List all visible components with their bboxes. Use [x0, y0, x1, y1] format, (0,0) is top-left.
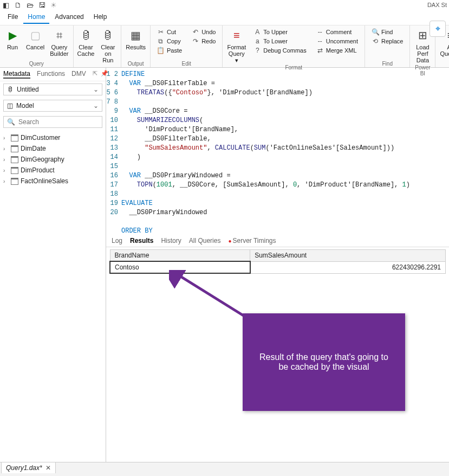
- code-editor[interactable]: 1 2 3 4 5 6 7 8 9 10 11 12 13 14 15 16 1…: [106, 68, 449, 234]
- theme-toggle-icon[interactable]: ☀: [50, 1, 57, 9]
- tab-all-queries[interactable]: All Queries: [189, 237, 221, 245]
- builder-icon: ⌗: [51, 28, 67, 43]
- doc-tab-label: Query1.dax*: [6, 464, 42, 472]
- chevron-down-icon: ⌄: [93, 86, 99, 93]
- chevron-right-icon: ›: [3, 178, 9, 184]
- chevron-right-icon: ›: [3, 157, 9, 163]
- tree-item-factonlinesales[interactable]: ›FactOnlineSales: [1, 176, 105, 186]
- line-gutter: 1 2 3 4 5 6 7 8 9 10 11 12 13 14 15 16 1…: [106, 70, 121, 234]
- paste-button[interactable]: 📋Paste: [155, 46, 184, 55]
- record-dot-icon: ●: [228, 238, 231, 244]
- sidebar-tab-metadata[interactable]: Metadata: [3, 70, 30, 79]
- find-button[interactable]: 🔍Find: [369, 28, 405, 36]
- paste-icon: 📋: [157, 47, 165, 54]
- copy-icon: ⧉: [157, 37, 165, 45]
- table-icon: [11, 145, 18, 152]
- sidebar-tab-dmv[interactable]: DMV: [71, 70, 86, 79]
- uncomment-icon: --: [316, 37, 324, 45]
- stop-icon: ▢: [28, 28, 43, 43]
- col-sumsalesamount[interactable]: SumSalesAmount: [250, 250, 446, 262]
- redo-icon: ↷: [192, 37, 199, 45]
- format-query-button[interactable]: ≡ Format Query ▾: [225, 27, 248, 65]
- ribbon-group-edit-label: Edit: [153, 61, 220, 67]
- ribbon: ▶ Run ▢ Cancel ⌗ Query Builder Query 🛢 C…: [0, 25, 449, 68]
- annotation-callout: Result of the query that's going to be c…: [243, 313, 405, 411]
- tab-results[interactable]: Results: [130, 237, 153, 245]
- results-tabs: Log Results History All Queries ●Server …: [106, 234, 449, 247]
- menu-home[interactable]: Home: [23, 11, 49, 24]
- menu-help[interactable]: Help: [89, 11, 112, 24]
- menu-file[interactable]: File: [3, 11, 22, 24]
- search-input[interactable]: [18, 118, 100, 126]
- tree-item-dimcustomer[interactable]: ›DimCustomer: [1, 132, 105, 143]
- model-icon: ◫: [7, 102, 13, 110]
- tree-item-dimgeography[interactable]: ›DimGeography: [1, 154, 105, 165]
- comment-icon: --: [316, 28, 324, 36]
- sidebar-tab-functions[interactable]: Functions: [37, 70, 65, 79]
- search-box[interactable]: 🔍: [3, 116, 102, 128]
- table-icon: [11, 134, 18, 141]
- results-button[interactable]: ▦ Results: [123, 27, 148, 61]
- tab-log[interactable]: Log: [112, 237, 122, 245]
- tree-item-dimdate[interactable]: ›DimDate: [1, 143, 105, 154]
- database-icon: 🛢: [79, 28, 94, 43]
- results-grid[interactable]: BrandName SumSalesAmount Contoso 6224302…: [109, 249, 446, 274]
- replace-button[interactable]: ⟲Replace: [369, 37, 405, 46]
- lower-icon: a: [253, 37, 261, 45]
- database-dropdown[interactable]: 🛢 Untitled ⌄: [3, 83, 102, 95]
- table-icon: [11, 167, 18, 173]
- model-tree: ›DimCustomer ›DimDate ›DimGeography ›Dim…: [0, 130, 106, 470]
- cancel-button[interactable]: ▢ Cancel: [24, 27, 47, 61]
- app-icon: ◧: [2, 1, 10, 9]
- uncomment-button[interactable]: --Uncomment: [314, 37, 360, 46]
- merge-icon: ⇄: [316, 47, 324, 54]
- status-bar: Query1.dax* ✕: [0, 462, 449, 476]
- play-icon: ▶: [5, 28, 20, 43]
- cut-button[interactable]: ✂Cut: [155, 28, 184, 36]
- menu-advanced[interactable]: Advanced: [50, 11, 88, 24]
- redo-button[interactable]: ↷Redo: [190, 37, 218, 46]
- copilot-button[interactable]: ⌖: [430, 21, 446, 37]
- tree-item-dimproduct[interactable]: ›DimProduct: [1, 165, 105, 176]
- model-name: Model: [16, 102, 34, 110]
- to-lower-button[interactable]: aTo Lower: [251, 37, 308, 46]
- database-auto-icon: 🛢: [100, 28, 115, 43]
- clear-cache-button[interactable]: 🛢 Clear Cache: [76, 27, 96, 65]
- cell-brand[interactable]: Contoso: [110, 261, 250, 273]
- unpin-icon[interactable]: ⇱: [93, 70, 97, 79]
- open-file-icon[interactable]: 🗁: [26, 1, 34, 9]
- to-upper-button[interactable]: ATo Upper: [251, 28, 308, 36]
- model-dropdown[interactable]: ◫ Model ⌄: [3, 100, 102, 112]
- run-button[interactable]: ▶ Run: [2, 27, 23, 61]
- close-icon[interactable]: ✕: [45, 464, 51, 472]
- callout-text: Result of the query that's going to be c…: [253, 352, 394, 372]
- undo-icon: ↶: [192, 28, 199, 36]
- sidebar: Metadata Functions DMV ⇱📌 🛢 Untitled ⌄ ◫…: [0, 68, 106, 470]
- save-icon[interactable]: 🖫: [38, 1, 45, 9]
- perf-icon: ⊞: [415, 28, 430, 43]
- database-icon: 🛢: [7, 86, 14, 93]
- merge-xml-button[interactable]: ⇄Merge XML: [314, 46, 360, 55]
- table-icon: [11, 178, 18, 184]
- cell-amount[interactable]: 622430296.2291: [250, 261, 446, 273]
- ribbon-group-traces-label: Tra: [438, 61, 449, 67]
- undo-button[interactable]: ↶Undo: [190, 28, 218, 36]
- query-builder-button[interactable]: ⌗ Query Builder: [48, 27, 70, 61]
- table-row[interactable]: Contoso 622430296.2291: [110, 261, 446, 273]
- new-file-icon[interactable]: 🗋: [14, 1, 22, 9]
- chevron-right-icon: ›: [3, 168, 9, 173]
- tab-history[interactable]: History: [161, 237, 181, 245]
- debug-icon: ?: [253, 47, 261, 54]
- find-icon: 🔍: [372, 28, 379, 36]
- code-content[interactable]: DEFINE VAR __DS0FilterTable = TREATAS({"…: [121, 70, 449, 234]
- tab-server-timings[interactable]: ●Server Timings: [228, 237, 276, 245]
- comment-button[interactable]: --Comment: [314, 28, 360, 36]
- document-tab[interactable]: Query1.dax* ✕: [1, 462, 56, 473]
- results-icon: ▦: [128, 28, 144, 43]
- ribbon-group-query-label: Query: [2, 61, 71, 67]
- clear-on-run-button[interactable]: 🛢 Clear on Run: [97, 27, 119, 65]
- debug-commas-button[interactable]: ?Debug Commas: [251, 46, 308, 55]
- copy-button[interactable]: ⧉Copy: [155, 37, 184, 46]
- col-brandname[interactable]: BrandName: [110, 250, 250, 262]
- title-bar: ◧ 🗋 🗁 🖫 ☀ DAX St: [0, 0, 449, 10]
